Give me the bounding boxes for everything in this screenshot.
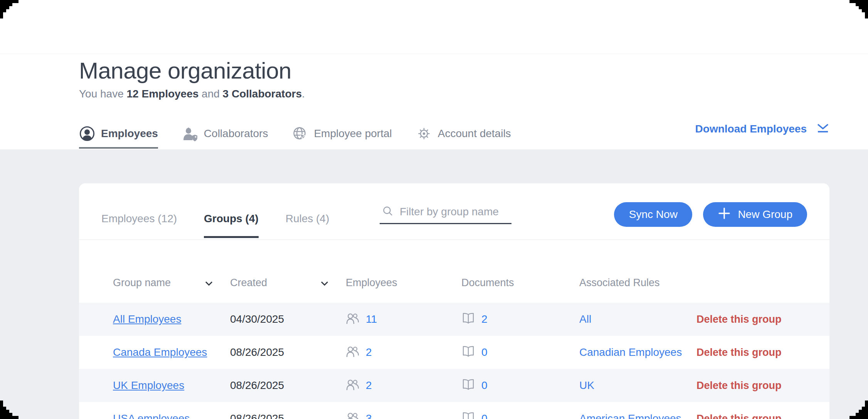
- table-row: USA employees 08/26/2025 3 0 American Em…: [79, 402, 829, 419]
- documents-header-label: Documents: [461, 277, 514, 289]
- tab-collaborators-label: Collaborators: [204, 127, 268, 140]
- created-date: 08/26/2025: [230, 346, 346, 359]
- book-icon: [461, 312, 475, 326]
- created-header-label: Created: [230, 277, 267, 289]
- download-chevron-icon: [815, 122, 831, 136]
- tab-employees[interactable]: Employees: [79, 119, 158, 149]
- employees-count-value[interactable]: 3: [366, 412, 372, 419]
- tab-rules-4[interactable]: Rules (4): [286, 213, 330, 240]
- employees-count-cell: 3: [346, 412, 461, 419]
- employees-count-cell: 2: [346, 379, 461, 392]
- documents-count-cell: 0: [461, 345, 579, 359]
- tab-employees-label: Employees: [101, 127, 158, 140]
- collaborators-count: 3 Collaborators: [223, 88, 302, 100]
- documents-count-value[interactable]: 0: [481, 346, 488, 359]
- content-area: Employees (12) Groups (4) Rules (4) Sync…: [0, 149, 868, 419]
- created-date: 04/30/2025: [230, 313, 346, 325]
- globe-cursor-icon: [292, 126, 308, 142]
- group-filter-input[interactable]: [400, 206, 511, 218]
- created-date: 08/26/2025: [230, 412, 346, 419]
- employees-count-value[interactable]: 2: [366, 346, 372, 359]
- people-icon: [346, 312, 360, 326]
- download-employees-label: Download Employees: [695, 123, 807, 135]
- employee-count-summary: You have 12 Employees and 3 Collaborator…: [79, 87, 305, 101]
- group-name-link[interactable]: UK Employees: [113, 379, 230, 392]
- employees-header-label: Employees: [346, 277, 397, 289]
- delete-group-button[interactable]: Delete this group: [696, 413, 807, 419]
- tab-groups-4[interactable]: Groups (4): [204, 213, 259, 240]
- new-group-label: New Group: [738, 208, 792, 221]
- gear-icon: [416, 126, 432, 142]
- manage-organization-screen: Manage organization You have 12 Employee…: [0, 0, 868, 419]
- associated-rule-link[interactable]: All: [579, 313, 696, 325]
- tab-account-details-label: Account details: [438, 127, 511, 140]
- summary-prefix: You have: [79, 88, 127, 100]
- table-header-row: Group name Created Employees Documents A…: [79, 240, 829, 303]
- documents-count-cell: 0: [461, 379, 579, 392]
- people-icon: [346, 379, 360, 392]
- plus-icon: [718, 207, 731, 223]
- group-name-link[interactable]: Canada Employees: [113, 346, 230, 359]
- associated-rules-header-label: Associated Rules: [579, 277, 660, 289]
- people-icon: [346, 412, 360, 419]
- tab-account-details[interactable]: Account details: [416, 119, 511, 149]
- summary-and: and: [198, 88, 222, 100]
- employees-count-cell: 2: [346, 345, 461, 359]
- employees-count-cell: 11: [346, 312, 461, 326]
- card-tab-bar: Employees (12) Groups (4) Rules (4): [101, 183, 329, 240]
- associated-rule-link[interactable]: UK: [579, 379, 696, 392]
- book-icon: [461, 379, 475, 392]
- new-group-button[interactable]: New Group: [703, 202, 807, 227]
- group-filter-field[interactable]: [380, 203, 511, 224]
- employees-count-value[interactable]: 11: [366, 313, 377, 325]
- main-tab-bar: Employees Collaborators: [79, 119, 511, 149]
- table-row: All Employees 04/30/2025 11 2 All Delete…: [79, 303, 829, 336]
- employees-count: 12 Employees: [127, 88, 199, 100]
- group-name-link[interactable]: All Employees: [113, 313, 230, 325]
- documents-count-value[interactable]: 0: [481, 412, 488, 419]
- search-icon: [382, 205, 394, 218]
- top-navigation-bar: [0, 0, 868, 54]
- person-circle-icon: [79, 126, 95, 142]
- delete-group-button[interactable]: Delete this group: [696, 313, 807, 325]
- documents-count-cell: 0: [461, 412, 579, 419]
- column-header-employees: Employees: [346, 277, 461, 289]
- sync-now-button[interactable]: Sync Now: [614, 202, 692, 227]
- group-name-link[interactable]: USA employees: [113, 412, 230, 419]
- table-row: Canada Employees 08/26/2025 2 0 Canadian…: [79, 336, 829, 369]
- employees-count-value[interactable]: 2: [366, 379, 372, 392]
- associated-rule-link[interactable]: Canadian Employees: [579, 346, 696, 359]
- column-header-associated-rules: Associated Rules: [579, 277, 696, 289]
- book-icon: [461, 412, 475, 419]
- sort-chevron-icon[interactable]: [320, 277, 329, 289]
- documents-count-cell: 2: [461, 312, 579, 326]
- card-header: Employees (12) Groups (4) Rules (4) Sync…: [79, 183, 829, 240]
- book-icon: [461, 345, 475, 359]
- sort-chevron-icon[interactable]: [205, 277, 213, 289]
- documents-count-value[interactable]: 0: [481, 379, 488, 392]
- group-name-header-label: Group name: [113, 277, 171, 289]
- associated-rule-link[interactable]: American Employees: [579, 412, 696, 419]
- tab-employee-portal[interactable]: Employee portal: [292, 119, 392, 149]
- table-row: UK Employees 08/26/2025 2 0 UK Delete th…: [79, 369, 829, 402]
- created-date: 08/26/2025: [230, 379, 346, 392]
- column-header-documents: Documents: [461, 277, 579, 289]
- column-header-group-name[interactable]: Group name: [113, 277, 230, 289]
- groups-card: Employees (12) Groups (4) Rules (4) Sync…: [79, 183, 829, 419]
- summary-suffix: .: [302, 88, 305, 100]
- person-shield-icon: [182, 126, 198, 142]
- column-header-created[interactable]: Created: [230, 277, 346, 289]
- card-actions: Sync Now New Group: [614, 202, 807, 227]
- documents-count-value[interactable]: 2: [481, 313, 488, 325]
- download-employees-button[interactable]: Download Employees: [695, 122, 831, 136]
- delete-group-button[interactable]: Delete this group: [696, 347, 807, 359]
- tab-employees-12[interactable]: Employees (12): [101, 213, 177, 240]
- sync-now-label: Sync Now: [629, 208, 678, 221]
- people-icon: [346, 345, 360, 359]
- delete-group-button[interactable]: Delete this group: [696, 380, 807, 392]
- tab-collaborators[interactable]: Collaborators: [182, 119, 268, 149]
- tab-employee-portal-label: Employee portal: [314, 127, 392, 140]
- page-title: Manage organization: [79, 57, 291, 85]
